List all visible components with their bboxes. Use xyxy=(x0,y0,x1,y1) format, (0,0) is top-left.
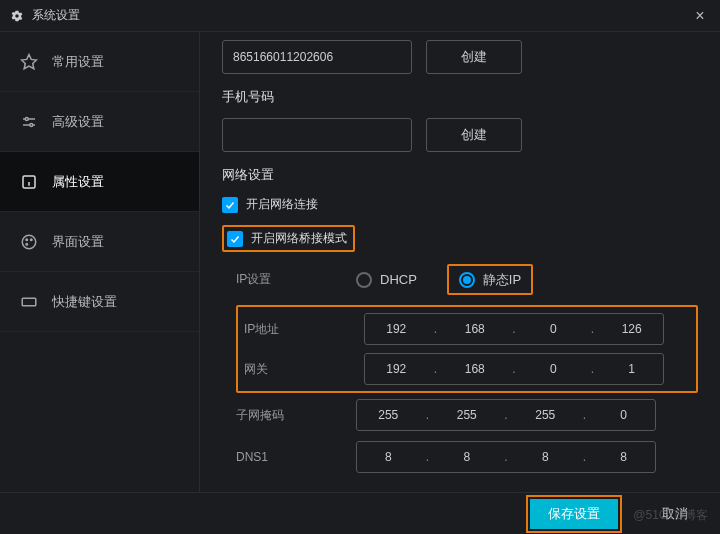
sidebar-item-ui[interactable]: 界面设置 xyxy=(0,212,199,272)
check-icon[interactable] xyxy=(227,231,243,247)
svg-rect-12 xyxy=(22,298,36,306)
gear-icon xyxy=(10,9,24,23)
gateway-input[interactable]: 192. 168. 0. 1 xyxy=(364,353,664,385)
keyboard-icon xyxy=(20,293,38,311)
sidebar-item-shortcut[interactable]: 快捷键设置 xyxy=(0,272,199,332)
dns1-input[interactable]: 8. 8. 8. 8 xyxy=(356,441,656,473)
sidebar: 常用设置 高级设置 属性设置 界面设置 快捷键设置 xyxy=(0,32,200,492)
sidebar-item-label: 快捷键设置 xyxy=(52,293,117,311)
checkbox-label: 开启网络桥接模式 xyxy=(251,230,347,247)
sidebar-item-label: 界面设置 xyxy=(52,233,104,251)
main: 常用设置 高级设置 属性设置 界面设置 快捷键设置 创建 手机号码 创建 网络设… xyxy=(0,32,720,492)
svg-point-10 xyxy=(31,239,33,241)
highlight-bridge-checkbox: 开启网络桥接模式 xyxy=(222,225,355,252)
footer: 保存设置 取消 xyxy=(0,492,720,534)
svg-point-8 xyxy=(22,235,36,249)
svg-point-4 xyxy=(30,123,33,126)
sidebar-item-label: 高级设置 xyxy=(52,113,104,131)
highlight-ip-gateway: IP地址 192. 168. 0. 126 网关 192. 168. 0. 1 xyxy=(236,305,698,393)
imei-input[interactable] xyxy=(222,40,412,74)
close-icon[interactable]: × xyxy=(690,7,710,25)
svg-marker-0 xyxy=(22,54,37,68)
highlight-save-button: 保存设置 xyxy=(526,495,622,533)
ip-setting-label: IP设置 xyxy=(236,271,356,288)
subnet-input[interactable]: 255. 255. 255. 0 xyxy=(356,399,656,431)
star-icon xyxy=(20,53,38,71)
radio-label: 静态IP xyxy=(483,271,521,289)
create-button-2[interactable]: 创建 xyxy=(426,118,522,152)
highlight-static-radio: 静态IP xyxy=(447,264,533,295)
radio-static[interactable]: 静态IP xyxy=(459,271,521,289)
info-icon xyxy=(20,173,38,191)
phone-label: 手机号码 xyxy=(222,88,698,106)
radio-label: DHCP xyxy=(380,272,417,287)
content: 创建 手机号码 创建 网络设置 开启网络连接 开启网络桥接模式 IP设置 xyxy=(200,32,720,492)
gateway-label: 网关 xyxy=(244,361,364,378)
sidebar-item-advanced[interactable]: 高级设置 xyxy=(0,92,199,152)
ip-address-label: IP地址 xyxy=(244,321,364,338)
radio-dhcp[interactable]: DHCP xyxy=(356,272,417,288)
cancel-button[interactable]: 取消 xyxy=(662,505,688,523)
dns1-label: DNS1 xyxy=(236,450,356,464)
sidebar-item-label: 常用设置 xyxy=(52,53,104,71)
svg-point-11 xyxy=(26,243,28,245)
phone-input[interactable] xyxy=(222,118,412,152)
svg-point-2 xyxy=(25,117,28,120)
palette-icon xyxy=(20,233,38,251)
sidebar-item-label: 属性设置 xyxy=(52,173,104,191)
window-title: 系统设置 xyxy=(32,7,80,24)
check-icon xyxy=(222,197,238,213)
subnet-label: 子网掩码 xyxy=(236,407,356,424)
sidebar-item-common[interactable]: 常用设置 xyxy=(0,32,199,92)
save-button[interactable]: 保存设置 xyxy=(530,499,618,529)
svg-point-9 xyxy=(26,239,28,241)
checkbox-net-enable[interactable]: 开启网络连接 xyxy=(222,196,698,213)
checkbox-label: 开启网络连接 xyxy=(246,196,318,213)
radio-icon xyxy=(356,272,372,288)
sliders-icon xyxy=(20,113,38,131)
ip-address-input[interactable]: 192. 168. 0. 126 xyxy=(364,313,664,345)
network-section-title: 网络设置 xyxy=(222,166,698,184)
radio-icon xyxy=(459,272,475,288)
titlebar: 系统设置 × xyxy=(0,0,720,32)
create-button-1[interactable]: 创建 xyxy=(426,40,522,74)
sidebar-item-property[interactable]: 属性设置 xyxy=(0,152,199,212)
